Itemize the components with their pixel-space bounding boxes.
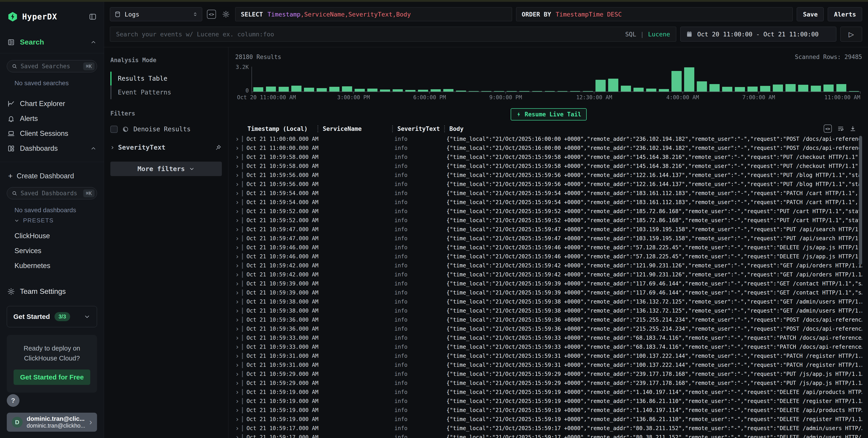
log-row[interactable]: ›Oct 21 10:59:38.000 AMinfo{"time_local"… — [235, 306, 862, 315]
log-row[interactable]: ›Oct 21 10:59:58.000 AMinfo{"time_local"… — [235, 153, 862, 162]
log-row[interactable]: ›Oct 21 10:59:54.000 AMinfo{"time_local"… — [235, 198, 862, 207]
pin-icon[interactable] — [215, 144, 222, 151]
table-scrollbar[interactable] — [859, 136, 862, 436]
row-expand-icon[interactable]: › — [235, 289, 242, 296]
log-row[interactable]: ›Oct 21 10:59:33.000 AMinfo{"time_local"… — [235, 333, 862, 342]
user-profile-button[interactable]: D dominic.tran@clic... dominic.tran@clic… — [7, 413, 97, 432]
row-expand-icon[interactable]: › — [235, 352, 242, 359]
log-row[interactable]: ›Oct 21 10:59:58.000 AMinfo{"time_local"… — [235, 162, 862, 171]
row-expand-icon[interactable]: › — [235, 172, 242, 178]
log-row[interactable]: ›Oct 21 10:59:39.000 AMinfo{"time_local"… — [235, 279, 862, 288]
column-header-timestamp[interactable]: Timestamp (Local) — [243, 126, 317, 132]
row-expand-icon[interactable]: › — [235, 136, 242, 142]
log-row[interactable]: ›Oct 21 10:59:56.000 AMinfo{"time_local"… — [235, 180, 862, 189]
row-expand-icon[interactable]: › — [235, 217, 242, 224]
row-expand-icon[interactable]: › — [235, 362, 242, 368]
column-header-body[interactable]: Body — [444, 126, 862, 132]
log-row[interactable]: ›Oct 21 10:59:56.000 AMinfo{"time_local"… — [235, 171, 862, 180]
log-row[interactable]: ›Oct 21 10:59:52.000 AMinfo{"time_local"… — [235, 216, 862, 225]
get-started-free-button[interactable]: Get Started for Free — [13, 370, 90, 385]
log-row[interactable]: ›Oct 21 10:59:33.000 AMinfo{"time_local"… — [235, 342, 862, 351]
alerts-button[interactable]: Alerts — [828, 7, 862, 21]
row-expand-icon[interactable]: › — [235, 398, 242, 405]
log-row[interactable]: ›Oct 21 10:59:31.000 AMinfo{"time_local"… — [235, 351, 862, 361]
date-range-picker[interactable]: Oct 20 11:00:00 - Oct 21 11:00:00 — [680, 27, 836, 42]
row-expand-icon[interactable]: › — [235, 389, 242, 396]
log-row[interactable]: ›Oct 21 11:00:00.000 AMinfo{"time_local"… — [235, 134, 862, 143]
row-expand-icon[interactable]: › — [235, 262, 242, 269]
row-expand-icon[interactable]: › — [235, 335, 242, 341]
row-expand-icon[interactable]: › — [235, 163, 242, 169]
log-row[interactable]: ›Oct 21 10:59:31.000 AMinfo{"time_local"… — [235, 361, 862, 370]
log-row[interactable]: ›Oct 21 10:59:47.000 AMinfo{"time_local"… — [235, 234, 862, 243]
row-expand-icon[interactable]: › — [235, 253, 242, 260]
log-row[interactable]: ›Oct 21 10:59:29.000 AMinfo{"time_local"… — [235, 378, 862, 388]
row-expand-icon[interactable]: › — [235, 371, 242, 377]
analysis-mode-results-table[interactable]: Results Table — [111, 72, 222, 86]
log-row[interactable]: ›Oct 21 10:59:17.000 AMinfo{"time_local"… — [235, 433, 862, 438]
row-expand-icon[interactable]: › — [235, 326, 242, 332]
wrap-lines-icon[interactable] — [837, 125, 844, 132]
row-expand-icon[interactable]: › — [235, 316, 242, 323]
row-expand-icon[interactable]: › — [235, 380, 242, 386]
log-row[interactable]: ›Oct 21 10:59:46.000 AMinfo{"time_local"… — [235, 252, 862, 261]
row-expand-icon[interactable]: › — [235, 434, 242, 438]
log-row[interactable]: ›Oct 21 10:59:19.000 AMinfo{"time_local"… — [235, 406, 862, 415]
denoise-results-toggle[interactable]: Denoise Results — [111, 126, 222, 133]
scrollbar-thumb[interactable] — [859, 136, 862, 265]
search-input[interactable]: Search your events w/ Lucene ex. column:… — [110, 27, 676, 42]
analysis-mode-event-patterns[interactable]: Event Patterns — [111, 86, 222, 99]
preset-item-kubernetes[interactable]: Kubernetes — [7, 258, 97, 273]
row-expand-icon[interactable]: › — [235, 280, 242, 287]
settings-button[interactable] — [221, 9, 231, 20]
presets-toggle[interactable]: PRESETS — [7, 217, 97, 224]
column-header-severitytext[interactable]: SeverityText — [392, 126, 444, 132]
table-source-code-icon[interactable]: <> — [824, 125, 832, 133]
get-started-dropdown[interactable]: Get Started 3/3 — [7, 306, 97, 327]
row-expand-icon[interactable]: › — [235, 271, 242, 278]
row-expand-icon[interactable]: › — [235, 416, 242, 423]
row-expand-icon[interactable]: › — [235, 425, 242, 432]
log-row[interactable]: ›Oct 21 10:59:39.000 AMinfo{"time_local"… — [235, 288, 862, 297]
orderby-clause-input[interactable]: ORDER BY TimestampTime DESC — [516, 7, 793, 21]
sidebar-item-team-settings[interactable]: Team Settings — [7, 287, 97, 296]
preset-item-clickhouse[interactable]: ClickHouse — [7, 229, 97, 243]
sidebar-item-search[interactable]: Search — [7, 38, 97, 46]
help-button[interactable]: ? — [7, 394, 20, 407]
log-row[interactable]: ›Oct 21 10:59:54.000 AMinfo{"time_local"… — [235, 189, 862, 198]
saved-searches-input[interactable]: Saved Searches ⌘K — [7, 60, 97, 72]
more-filters-button[interactable]: More filters — [111, 162, 222, 176]
row-expand-icon[interactable]: › — [235, 208, 242, 215]
log-row[interactable]: ›Oct 21 11:00:00.000 AMinfo{"time_local"… — [235, 143, 862, 153]
sidebar-item-alerts[interactable]: Alerts — [7, 111, 97, 126]
row-expand-icon[interactable]: › — [235, 181, 242, 188]
log-row[interactable]: ›Oct 21 10:59:38.000 AMinfo{"time_local"… — [235, 297, 862, 306]
row-expand-icon[interactable]: › — [235, 226, 242, 233]
log-row[interactable]: ›Oct 21 10:59:36.000 AMinfo{"time_local"… — [235, 324, 862, 333]
row-expand-icon[interactable]: › — [235, 190, 242, 197]
log-row[interactable]: ›Oct 21 10:59:17.000 AMinfo{"time_local"… — [235, 424, 862, 433]
resume-live-tail-button[interactable]: Resume Live Tail — [511, 108, 587, 121]
sidebar-item-dashboards[interactable]: Dashboards — [7, 141, 97, 156]
log-row[interactable]: ›Oct 21 10:59:19.000 AMinfo{"time_local"… — [235, 415, 862, 424]
preset-item-services[interactable]: Services — [7, 243, 97, 258]
sidebar-item-client-sessions[interactable]: Client Sessions — [7, 126, 97, 141]
row-expand-icon[interactable]: › — [235, 199, 242, 206]
row-expand-icon[interactable]: › — [235, 298, 242, 305]
log-row[interactable]: ›Oct 21 10:59:52.000 AMinfo{"time_local"… — [235, 207, 862, 216]
facet-severitytext[interactable]: › SeverityText — [111, 143, 222, 151]
log-row[interactable]: ›Oct 21 10:59:47.000 AMinfo{"time_local"… — [235, 225, 862, 234]
select-clause-input[interactable]: SELECT Timestamp ,ServiceName,SeverityTe… — [235, 7, 512, 21]
language-toggle-lucene[interactable]: Lucene — [648, 31, 670, 38]
log-row[interactable]: ›Oct 21 10:59:19.000 AMinfo{"time_local"… — [235, 388, 862, 397]
results-histogram[interactable]: 3.2K 0 Oct 20 11:00:00 AM3:00:00 PM6:00:… — [235, 64, 862, 102]
row-expand-icon[interactable]: › — [235, 307, 242, 314]
denoise-checkbox[interactable] — [111, 126, 118, 133]
source-select[interactable]: Logs — [110, 7, 202, 21]
save-button[interactable]: Save — [797, 7, 824, 21]
code-view-button[interactable]: <> — [206, 9, 217, 20]
log-row[interactable]: ›Oct 21 10:59:42.000 AMinfo{"time_local"… — [235, 261, 862, 270]
language-toggle-sql[interactable]: SQL — [625, 31, 636, 38]
row-expand-icon[interactable]: › — [235, 235, 242, 242]
sidebar-item-chart-explorer[interactable]: Chart Explorer — [7, 96, 97, 111]
